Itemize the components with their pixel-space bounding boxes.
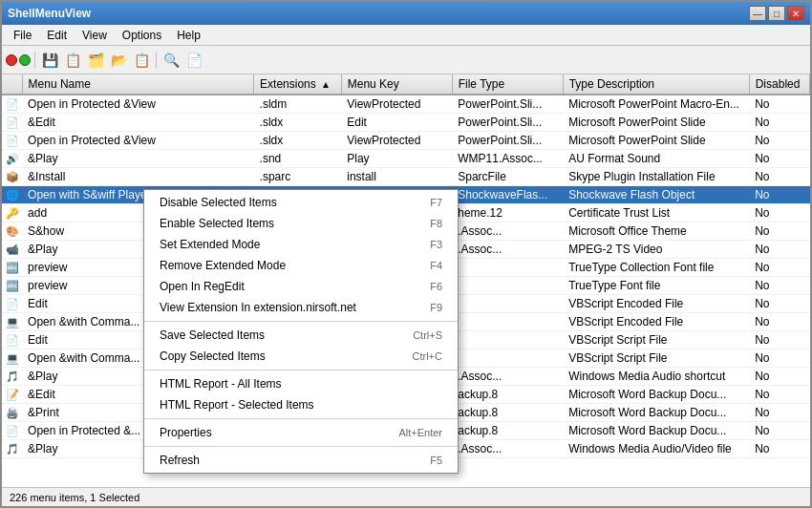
row-icon-cell: 📄 [2, 295, 22, 313]
green-dot-indicator [19, 54, 31, 66]
col-disabled[interactable]: Disabled [749, 74, 809, 95]
row-icon: 🖨️ [5, 405, 20, 420]
ctx-item-label: Refresh [160, 454, 200, 467]
row-filetype: ackup.8 [452, 386, 563, 404]
menu-bar: File Edit View Options Help [2, 25, 810, 46]
toolbar-btn-4[interactable]: 📂 [108, 50, 129, 71]
ctx-item-shortcut: F8 [430, 218, 442, 229]
save-toolbar-button[interactable]: 💾 [39, 50, 60, 71]
row-icon-cell: 📦 [2, 168, 22, 186]
row-typedesc: Microsoft PowerPoint Slide [563, 132, 749, 150]
row-icon: 🎵 [5, 369, 20, 384]
row-disabled: No [749, 222, 809, 241]
row-icon: 🔤 [5, 278, 20, 293]
context-menu-item[interactable]: Copy Selected Items Ctrl+C [144, 346, 458, 367]
table-row[interactable]: 📄 &Edit .sldx Edit PowerPoint.Sli... Mic… [2, 114, 810, 132]
row-name: &Install [22, 168, 253, 186]
minimize-button[interactable]: — [749, 6, 766, 21]
ctx-item-label: Set Extended Mode [160, 238, 260, 251]
col-menu-name[interactable]: Menu Name [22, 74, 253, 95]
menu-help[interactable]: Help [169, 27, 208, 44]
row-disabled: No [749, 168, 809, 186]
menu-view[interactable]: View [75, 27, 115, 44]
window-title: ShellMenuView [8, 7, 91, 20]
row-filetype: PowerPoint.Sli... [452, 95, 563, 114]
context-menu-item[interactable]: Open In RegEdit F6 [144, 276, 458, 297]
row-ext: .sparc [254, 168, 342, 186]
context-menu-item[interactable]: Properties Alt+Enter [144, 422, 458, 443]
menu-options[interactable]: Options [115, 27, 169, 44]
ctx-item-shortcut: F6 [430, 281, 442, 292]
ctx-item-shortcut: Alt+Enter [398, 427, 442, 438]
row-ext: .sldm [254, 95, 342, 114]
table-row[interactable]: 📦 &Install .sparc install SparcFile Skyp… [2, 168, 810, 186]
find-toolbar-button[interactable]: 🔍 [160, 50, 182, 71]
toolbar-btn-2[interactable]: 📋 [62, 50, 83, 71]
row-menukey: Edit [341, 114, 452, 132]
maximize-button[interactable]: □ [768, 6, 785, 21]
context-menu-item[interactable]: HTML Report - All Items [144, 373, 458, 394]
ctx-item-shortcut: F4 [430, 260, 442, 271]
col-menu-key[interactable]: Menu Key [341, 74, 452, 95]
row-icon-cell: 🔤 [2, 259, 22, 277]
table-row[interactable]: 📄 Open in Protected &View .sldm ViewProt… [2, 95, 810, 114]
ctx-item-label: Remove Extended Mode [160, 259, 286, 272]
ctx-item-shortcut: Ctrl+C [413, 350, 442, 362]
context-menu-item[interactable]: Refresh F5 [144, 450, 458, 471]
report-toolbar-button[interactable]: 📄 [183, 50, 204, 71]
row-typedesc: Microsoft Word Backup Docu... [563, 404, 749, 422]
row-typedesc: Microsoft Word Backup Docu... [563, 386, 749, 404]
row-disabled: No [749, 313, 809, 331]
close-button[interactable]: ✕ [787, 6, 804, 21]
status-text: 226 menu items, 1 Selected [10, 492, 139, 503]
col-extensions[interactable]: Extensions ▲ [254, 74, 342, 95]
row-filetype: PowerPoint.Sli... [452, 132, 563, 150]
ctx-item-label: Open In RegEdit [160, 280, 245, 293]
col-type-desc[interactable]: Type Description [563, 74, 749, 95]
col-file-type[interactable]: File Type [452, 74, 563, 95]
context-menu-item[interactable]: View Extension In extension.nirsoft.net … [144, 297, 458, 318]
row-icon: 🎵 [5, 441, 20, 456]
row-icon-cell: 🔊 [2, 150, 22, 168]
menu-edit[interactable]: Edit [39, 27, 75, 44]
row-typedesc: VBScript Script File [563, 349, 749, 368]
row-icon-cell: 📄 [2, 331, 22, 349]
context-menu-item[interactable]: Set Extended Mode F3 [144, 234, 458, 255]
context-menu-item[interactable]: Remove Extended Mode F4 [144, 255, 458, 276]
row-disabled: No [749, 440, 809, 458]
ctx-item-label: Properties [160, 426, 212, 439]
context-menu: Disable Selected Items F7 Enable Selecte… [143, 189, 459, 474]
ctx-item-label: HTML Report - Selected Items [160, 398, 314, 412]
context-menu-separator [144, 321, 458, 322]
context-menu-item[interactable]: HTML Report - Selected Items [144, 394, 458, 415]
col-icon[interactable] [2, 74, 22, 95]
row-icon: 📝 [5, 387, 20, 402]
toolbar-btn-5[interactable]: 📋 [131, 50, 152, 71]
ctx-item-shortcut: F9 [430, 302, 442, 313]
context-menu-item[interactable]: Disable Selected Items F7 [144, 192, 458, 213]
row-filetype [452, 277, 563, 295]
toolbar-btn-3[interactable]: 🗂️ [85, 50, 106, 71]
row-icon: 📄 [5, 332, 20, 348]
row-menukey: ViewProtected [341, 95, 452, 114]
row-typedesc: VBScript Script File [563, 331, 749, 349]
menu-file[interactable]: File [6, 27, 39, 44]
row-filetype: .Assoc... [452, 440, 563, 458]
row-typedesc: VBScript Encoded File [563, 295, 749, 313]
row-disabled: No [749, 259, 809, 277]
ctx-item-label: Enable Selected Items [160, 217, 274, 230]
row-icon: 📹 [5, 242, 20, 257]
row-menukey: Play [341, 150, 452, 168]
ctx-item-label: Save Selected Items [160, 328, 265, 342]
table-row[interactable]: 📄 Open in Protected &View .sldx ViewProt… [2, 132, 810, 150]
row-filetype: WMP11.Assoc... [452, 150, 563, 168]
context-menu-item[interactable]: Save Selected Items Ctrl+S [144, 325, 458, 346]
row-typedesc: Windows Media Audio/Video file [563, 440, 749, 458]
row-icon: 💻 [5, 350, 20, 366]
row-icon-cell: 💻 [2, 349, 22, 368]
table-row[interactable]: 🔊 &Play .snd Play WMP11.Assoc... AU Form… [2, 150, 810, 168]
row-typedesc: Windows Media Audio shortcut [563, 368, 749, 386]
ctx-item-label: View Extension In extension.nirsoft.net [160, 301, 356, 314]
context-menu-item[interactable]: Enable Selected Items F8 [144, 213, 458, 234]
row-filetype: ackup.8 [452, 404, 563, 422]
